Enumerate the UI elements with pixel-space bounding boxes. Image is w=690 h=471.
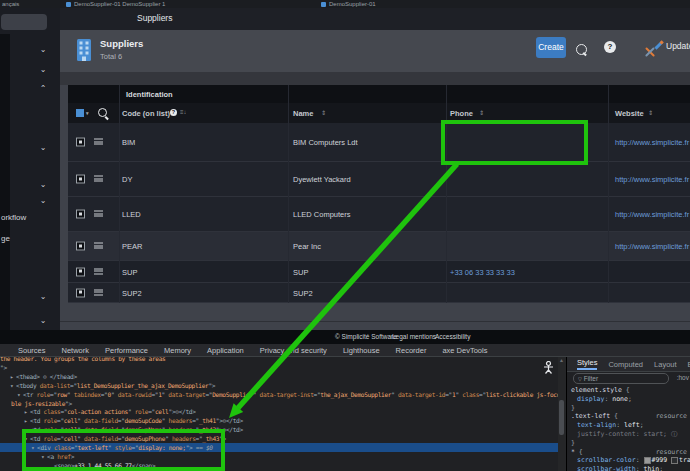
create-button[interactable]: Create	[536, 37, 566, 58]
accessibility-link[interactable]: Accessibility	[435, 330, 470, 344]
styles-filter-input[interactable]: ▽ Filter	[573, 373, 669, 384]
cell-website-link[interactable]: http://www.simplicite.fr	[615, 242, 689, 251]
update-button[interactable]: Update	[654, 40, 690, 51]
sidebar-item-workflow[interactable]: orkflow	[1, 213, 26, 222]
hov-toggle[interactable]: :hov	[677, 374, 689, 381]
sort-filter-icon[interactable]: ≡↓	[180, 109, 187, 115]
sort-icon[interactable]: ⇕	[648, 109, 653, 116]
bookmark-item[interactable]: DemoSupplier-01 DemoSupplier 1	[74, 0, 165, 8]
tab-layout[interactable]: Layout	[654, 360, 677, 369]
table-row[interactable]: SUPSUP+33 06 33 33 33 33	[68, 261, 690, 283]
table-row[interactable]: SUP2SUP2	[68, 283, 690, 303]
bookmark-item[interactable]: ançais	[2, 0, 19, 8]
accessibility-person-icon[interactable]	[543, 361, 554, 374]
dom-node[interactable]: ▸<td role="cell" data-field="demoSupCode…	[0, 416, 558, 425]
chevron-down-icon[interactable]: ⌄	[38, 143, 48, 153]
bookmark-item[interactable]: DemoSupplier-01	[329, 0, 376, 8]
scrollbar-thumb[interactable]	[559, 400, 564, 435]
css-rule-line[interactable]: scrollbar-color: #999 transp	[571, 456, 689, 465]
dom-node[interactable]: ▾<a href>	[0, 452, 558, 461]
row-menu-icon[interactable]	[94, 176, 103, 183]
search-icon[interactable]	[576, 44, 587, 55]
css-rule-line[interactable]: justify-content: start; ⓘ	[571, 430, 689, 439]
row-menu-icon[interactable]	[94, 243, 103, 250]
cell-website-link[interactable]: http://www.simplicite.fr	[615, 138, 689, 147]
legal-mentions-link[interactable]: Legal mentions	[392, 330, 436, 344]
dom-node[interactable]: <span>+33 1 44 55 66 77</span>	[0, 461, 558, 470]
dom-node[interactable]: ▸<td role="cell" data-field="demoSupName…	[0, 425, 558, 434]
row-menu-icon[interactable]	[94, 139, 103, 146]
chevron-down-icon[interactable]: ⌄	[38, 180, 48, 190]
devtools-tab-sources[interactable]: Sources	[18, 346, 46, 355]
table-row[interactable]: LLEDLLED Computershttp://www.simplicite.…	[68, 197, 690, 232]
sidebar-item-page[interactable]: ge	[1, 234, 10, 243]
row-menu-icon[interactable]	[94, 289, 103, 296]
select-all-checkbox[interactable]	[76, 109, 84, 117]
cell-phone-link[interactable]: +33 06 33 33 33 33	[450, 267, 515, 276]
chevron-down-icon[interactable]: ⌄	[38, 45, 48, 55]
sort-icon[interactable]: ⇕	[321, 109, 326, 116]
devtools-tab-network[interactable]: Network	[62, 346, 90, 355]
column-header-code[interactable]: Code (on list)	[122, 109, 170, 118]
tab-computed[interactable]: Computed	[608, 360, 643, 369]
sort-icon[interactable]: ⇕	[479, 109, 484, 116]
column-header-website[interactable]: Website	[615, 109, 644, 118]
devtools-tab-privacy[interactable]: Privacy and security	[260, 346, 327, 355]
help-icon[interactable]: ?	[604, 41, 616, 53]
row-menu-icon[interactable]	[94, 211, 103, 218]
chevron-up-icon[interactable]: ⌃	[38, 84, 48, 94]
devtools-elements-panel[interactable]: the header. You groups the columns by th…	[0, 357, 558, 471]
dom-node[interactable]: ble js-resizable">	[0, 399, 558, 408]
chevron-down-icon[interactable]: ⌄	[38, 65, 48, 75]
cell-website-link[interactable]: http://www.simplicite.fr	[615, 210, 689, 219]
row-checkbox[interactable]	[76, 210, 85, 219]
cell-website-link[interactable]: http://www.simplicite.fr	[615, 175, 689, 184]
devtools-tab-memory[interactable]: Memory	[164, 346, 191, 355]
column-header-name[interactable]: Name	[293, 109, 313, 118]
row-checkbox[interactable]	[76, 242, 85, 251]
devtools-tab-axe[interactable]: axe DevTools	[442, 346, 487, 355]
table-row[interactable]: PEARPear Inchttp://www.simplicite.fr	[68, 232, 690, 261]
dom-node[interactable]: ▾<tbody data-list="list_DemoSupplier_the…	[0, 381, 558, 390]
help-icon[interactable]: ?	[170, 109, 177, 116]
dom-node[interactable]: ">	[0, 363, 558, 372]
dom-node[interactable]: ▸<thead> ⊖ </thead>	[0, 372, 558, 381]
chevron-down-icon[interactable]: ⌄	[38, 292, 48, 302]
table-group-header: Identification	[68, 85, 690, 103]
chevron-down-icon[interactable]: ⌄	[38, 316, 48, 326]
css-rule-line[interactable]: element.style {	[571, 386, 689, 395]
row-checkbox[interactable]	[76, 175, 85, 184]
css-rule-line[interactable]: }	[571, 404, 689, 413]
stylesheet-source-link[interactable]: resource	[656, 412, 687, 421]
scrollbar-up-arrow[interactable]: ▲	[559, 357, 564, 363]
css-rule-line[interactable]: display: none;	[571, 395, 689, 404]
dom-node[interactable]: ▾<tr role="row" tabindex="0" data-rowid=…	[0, 390, 558, 399]
tab-styles[interactable]: Styles	[577, 358, 597, 370]
row-checkbox[interactable]	[76, 288, 85, 297]
list-title: Suppliers	[100, 38, 143, 49]
devtools-tab-lighthouse[interactable]: Lighthouse	[343, 346, 380, 355]
css-rule-line[interactable]: .text-left {resource	[571, 412, 689, 421]
row-menu-icon[interactable]	[94, 268, 103, 275]
dom-node[interactable]: ▸<td class="col-action actions" role="ce…	[0, 407, 558, 416]
css-rule-line[interactable]: }	[571, 439, 689, 448]
devtools-tab-application[interactable]: Application	[207, 346, 244, 355]
column-header-phone[interactable]: Phone	[450, 109, 473, 118]
devtools-tab-performance[interactable]: Performance	[105, 346, 148, 355]
chevron-down-icon[interactable]: ▾	[86, 110, 89, 116]
chevron-down-icon[interactable]: ⌄	[38, 196, 48, 206]
column-divider	[608, 85, 609, 303]
row-checkbox[interactable]	[76, 267, 85, 276]
dom-node[interactable]: ▾<td role="cell" data-field="demoSupPhon…	[0, 434, 558, 443]
css-rule-line[interactable]: scrollbar-width: thin;	[571, 465, 689, 471]
stylesheet-source-link[interactable]: resource	[656, 448, 687, 457]
column-search-icon[interactable]	[98, 108, 107, 117]
devtools-tab-recorder[interactable]: Recorder	[396, 346, 427, 355]
css-rule-line[interactable]: * {resource	[571, 448, 689, 457]
dom-node-selected[interactable]: ▾<div class="text-left" style="display: …	[0, 443, 558, 452]
table-row[interactable]: DYDyewlett Yackardhttp://www.simplicite.…	[68, 162, 690, 197]
row-checkbox[interactable]	[76, 138, 85, 147]
css-rule-line[interactable]: text-align: left;	[571, 421, 689, 430]
table-row[interactable]: BIMBIM Computers Ldthttp://www.simplicit…	[68, 123, 690, 162]
sidebar-search-input[interactable]	[1, 14, 47, 30]
